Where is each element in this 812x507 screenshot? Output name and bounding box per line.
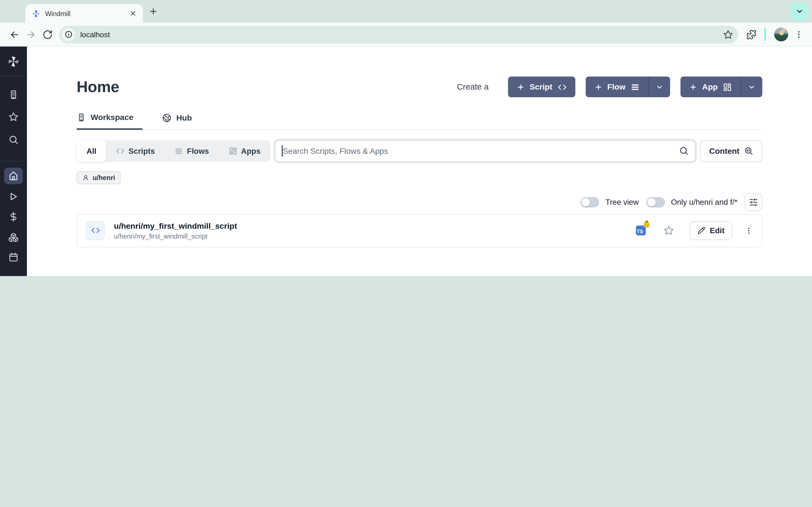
language-badge: TS 👶	[636, 226, 646, 235]
create-script-button[interactable]: Script	[508, 76, 575, 97]
sidebar-item-home[interactable]	[4, 168, 23, 184]
new-tab-icon[interactable]	[149, 7, 158, 16]
plus-icon	[516, 83, 524, 91]
flow-button-label: Flow	[607, 82, 626, 92]
filter-flows[interactable]: Flows	[165, 140, 219, 162]
search-code-icon	[744, 146, 753, 156]
site-info-icon[interactable]	[62, 27, 75, 41]
script-list-item[interactable]: u/henri/my_first_windmill_script u/henri…	[77, 214, 762, 247]
sidebar-item-runs-play-icon[interactable]	[8, 191, 18, 202]
filter-scripts-label: Scripts	[129, 147, 155, 155]
create-actions: Create a Script Flow	[457, 76, 762, 97]
filter-all-label: All	[87, 147, 96, 155]
home-icon	[8, 171, 18, 181]
script-title[interactable]: u/henri/my_first_windmill_script	[114, 221, 237, 230]
main-content: Home Create a Script Flow	[27, 47, 812, 276]
app-sidebar	[0, 47, 27, 276]
create-flow-button[interactable]: Flow	[586, 76, 670, 97]
tab-search-button[interactable]	[791, 3, 808, 20]
filter-scripts[interactable]: Scripts	[106, 140, 165, 162]
code-icon	[557, 82, 566, 91]
display-settings-button[interactable]	[745, 193, 762, 211]
owner-filter-chip[interactable]: u/henri	[77, 171, 121, 184]
sidebar-item-workspace-icon[interactable]	[8, 90, 18, 100]
script-code-icon	[86, 221, 105, 240]
plus-icon	[689, 83, 697, 91]
hub-globe-icon	[162, 113, 172, 122]
forward-button	[23, 26, 40, 43]
kind-filter-group: All Scripts Flows Apps	[77, 140, 270, 162]
tree-view-toggle[interactable]	[580, 197, 599, 207]
item-menu-kebab-icon[interactable]	[745, 226, 753, 235]
layout-grid-icon	[723, 82, 732, 91]
code-icon	[116, 147, 124, 155]
user-icon	[82, 174, 89, 181]
profile-avatar[interactable]	[774, 27, 788, 41]
sidebar-item-schedules-calendar-icon[interactable]	[8, 252, 18, 262]
sidebar-item-search-icon[interactable]	[8, 135, 18, 145]
owner-chip-label: u/henri	[93, 173, 115, 181]
tab-hub-label: Hub	[176, 113, 192, 122]
flow-menu-icon	[631, 82, 640, 91]
chevron-down-icon	[748, 83, 756, 91]
filter-flows-label: Flows	[187, 147, 209, 155]
create-app-button[interactable]: App	[680, 76, 762, 97]
profile-accent-divider	[764, 28, 766, 41]
chevron-down-icon	[795, 7, 804, 15]
create-label: Create a	[457, 82, 489, 92]
plus-icon	[594, 83, 602, 91]
pencil-icon	[697, 226, 705, 234]
sidebar-item-resources-boxes-icon[interactable]	[8, 232, 18, 243]
search-input[interactable]	[275, 140, 696, 162]
favorite-star-icon[interactable]	[663, 225, 674, 236]
browser-tab-windmill[interactable]: Windmill	[26, 4, 143, 23]
app-button-label: App	[702, 82, 718, 92]
edit-button[interactable]: Edit	[690, 221, 732, 240]
tab-hub[interactable]: Hub	[162, 113, 192, 129]
source-tabs: Workspace Hub	[77, 113, 762, 129]
create-flow-dropdown[interactable]	[648, 76, 670, 97]
tree-view-label: Tree view	[605, 198, 639, 207]
create-app-dropdown[interactable]	[741, 76, 762, 97]
baby-emoji-badge: 👶	[642, 220, 651, 228]
page-title: Home	[77, 78, 119, 96]
sidebar-divider	[0, 76, 27, 76]
sidebar-divider	[0, 161, 27, 161]
script-item-text: u/henri/my_first_windmill_script u/henri…	[114, 221, 237, 240]
reload-button[interactable]	[40, 26, 56, 43]
flow-menu-icon	[174, 147, 183, 155]
script-path: u/henri/my_first_windmill_script	[114, 232, 237, 240]
browser-window: Windmill localhost	[0, 0, 812, 276]
sliders-icon	[749, 198, 758, 207]
tab-title: Windmill	[45, 10, 130, 17]
filter-apps[interactable]: Apps	[219, 140, 270, 162]
text-caret	[282, 145, 283, 156]
windmill-logo-icon[interactable]	[7, 55, 20, 68]
bookmark-star-icon[interactable]	[723, 29, 733, 40]
search-box	[275, 140, 696, 162]
filter-apps-label: Apps	[241, 147, 260, 155]
browser-menu-kebab-icon[interactable]	[795, 30, 803, 39]
only-user-label: Only u/henri and f/*	[671, 198, 738, 207]
edit-button-label: Edit	[710, 226, 725, 235]
back-button[interactable]	[6, 26, 23, 43]
tab-workspace-label: Workspace	[91, 113, 133, 122]
tab-workspace[interactable]: Workspace	[77, 113, 143, 130]
chevron-down-icon	[656, 83, 663, 91]
browser-tab-strip: Windmill	[0, 0, 812, 23]
content-search-button[interactable]: Content	[700, 140, 762, 162]
close-tab-icon[interactable]	[130, 10, 137, 17]
only-user-toggle[interactable]	[646, 197, 665, 207]
extensions-puzzle-icon[interactable]	[746, 29, 757, 40]
filter-all[interactable]: All	[77, 140, 106, 162]
sidebar-item-variables-dollar-icon[interactable]	[8, 212, 18, 222]
sidebar-item-favorites-star-icon[interactable]	[8, 112, 18, 122]
layout-grid-icon	[229, 147, 237, 155]
browser-toolbar: localhost	[0, 23, 812, 47]
url-bar[interactable]: localhost	[59, 25, 738, 43]
url-text[interactable]: localhost	[80, 30, 723, 38]
windmill-favicon-icon	[32, 9, 40, 18]
content-button-label: Content	[709, 146, 740, 156]
script-button-label: Script	[529, 82, 552, 92]
workspace-building-icon	[77, 113, 86, 122]
